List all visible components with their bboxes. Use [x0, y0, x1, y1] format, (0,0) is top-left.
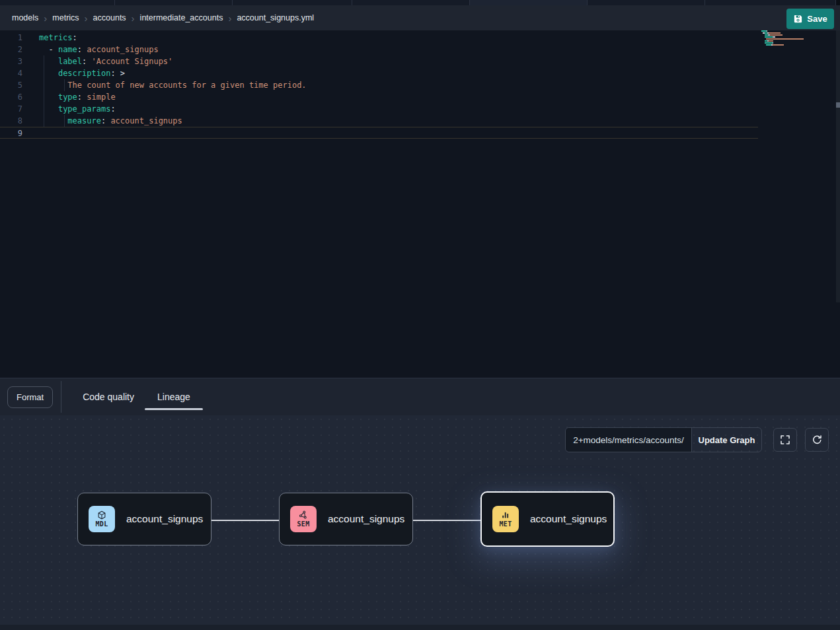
code-token: account_signups [110, 116, 182, 125]
code-line-current[interactable]: 9 [0, 127, 758, 139]
code-token: type [58, 92, 77, 102]
code-token: : [110, 69, 120, 78]
code-token: metrics [39, 33, 73, 42]
chevron-right-icon: › [132, 13, 135, 23]
line-number: 4 [0, 67, 22, 79]
breadcrumb-item-intermediate-accounts[interactable]: intermediate_accounts [140, 13, 223, 22]
code-token: label [58, 57, 82, 66]
indent-guide [64, 115, 65, 127]
code-token: type_params [58, 104, 110, 114]
tab-code-quality[interactable]: Code quality [83, 378, 134, 415]
node-label: account_signups [126, 513, 203, 525]
breadcrumb-item-filename: account_signups.yml [237, 13, 314, 22]
code-line[interactable]: 5 The count of new accounts for a given … [0, 79, 758, 91]
tab-strip-end [836, 0, 840, 5]
bottom-panel: Format Code quality Lineage 2+models/met… [0, 378, 840, 630]
dbt-ide-app: models › metrics › accounts › intermedia… [0, 0, 840, 630]
badge-text: MDL [96, 520, 108, 528]
fullscreen-button[interactable] [773, 428, 797, 452]
tab-lineage[interactable]: Lineage [145, 378, 203, 415]
indent-guide [44, 55, 44, 127]
lineage-edge [211, 520, 279, 521]
line-number: 5 [0, 79, 22, 91]
line-number: 2 [0, 44, 22, 55]
code-text: - name: account_signups [39, 44, 159, 55]
divider [61, 381, 61, 413]
code-token: : [73, 33, 77, 42]
code-line[interactable]: 2 - name: account_signups [0, 44, 758, 55]
lineage-node-metric-selected[interactable]: MET account_signups [480, 491, 615, 547]
lineage-canvas[interactable]: 2+models/metrics/accounts/ Update Graph [0, 415, 840, 625]
lineage-node-semantic-model[interactable]: SEM account_signups [279, 493, 413, 545]
code-token: The count of new accounts for a given ti… [67, 81, 306, 90]
code-line[interactable]: 3 label: 'Account Signups' [0, 55, 758, 67]
editor-tab[interactable] [115, 0, 233, 5]
lineage-edge [413, 520, 480, 521]
code-line[interactable]: 6 type: simple [0, 91, 758, 103]
code-token [39, 57, 58, 66]
editor-tab-active[interactable] [470, 0, 588, 5]
lineage-controls: 2+models/metrics/accounts/ Update Graph [0, 427, 840, 452]
line-number: 1 [0, 32, 22, 44]
code-token: description [58, 69, 110, 78]
breadcrumb-item-models[interactable]: models [12, 13, 38, 22]
editor-tab[interactable] [588, 0, 705, 5]
editor-tab-strip [0, 0, 840, 5]
code-text: measure: account_signups [39, 115, 182, 127]
lineage-selector-group: 2+models/metrics/accounts/ Update Graph [565, 427, 762, 452]
code-lines: 1 metrics: 2 - name: account_signups 3 l… [0, 32, 758, 139]
semantic-badge: SEM [290, 506, 317, 532]
line-number: 8 [0, 115, 22, 127]
save-button[interactable]: Save [786, 9, 834, 29]
code-line[interactable]: 7 type_params: [0, 103, 758, 115]
code-token: > [120, 69, 125, 78]
code-token [39, 45, 48, 54]
code-line[interactable]: 8 measure: account_signups [0, 115, 758, 127]
code-token [39, 92, 58, 102]
save-button-label: Save [807, 14, 827, 24]
code-line[interactable]: 4 description: > [0, 67, 758, 79]
metric-badge: MET [492, 506, 519, 532]
footer-strip [0, 625, 840, 630]
scrollbar-thumb[interactable] [836, 102, 840, 108]
line-number: 3 [0, 55, 22, 67]
chevron-right-icon: › [44, 13, 47, 23]
code-line[interactable]: 1 metrics: [0, 32, 758, 44]
editor-scrollbar[interactable] [836, 30, 840, 302]
cube-icon [97, 510, 106, 520]
format-button[interactable]: Format [7, 386, 53, 408]
breadcrumb-item-accounts[interactable]: accounts [93, 13, 126, 22]
editor-tab[interactable] [233, 0, 352, 5]
code-token: simple [87, 92, 115, 102]
code-text: description: > [39, 67, 125, 79]
code-token: : [77, 92, 87, 102]
floppy-save-icon [793, 14, 803, 24]
code-token: - [48, 45, 57, 54]
breadcrumb-item-metrics[interactable]: metrics [52, 13, 79, 22]
editor-tab[interactable] [352, 0, 470, 5]
tab-code-quality-label: Code quality [83, 392, 134, 402]
line-number: 9 [0, 127, 22, 138]
code-token: account_signups [87, 45, 158, 54]
code-token: name [58, 45, 77, 54]
minimap[interactable] [761, 30, 827, 48]
code-token: : [110, 104, 115, 114]
refresh-button[interactable] [805, 428, 829, 452]
model-badge: MDL [89, 506, 115, 532]
code-text: metrics: [39, 32, 77, 44]
panel-header: Format Code quality Lineage [0, 378, 840, 415]
lineage-node-model[interactable]: MDL account_signups [77, 493, 211, 545]
code-token: : [82, 57, 91, 66]
code-text: type: simple [39, 91, 116, 103]
editor-tab[interactable] [705, 0, 836, 5]
node-label: account_signups [328, 513, 404, 525]
code-token: : [101, 116, 110, 125]
code-editor[interactable]: 1 metrics: 2 - name: account_signups 3 l… [0, 30, 840, 378]
indent-guide [64, 79, 65, 91]
fullscreen-icon [780, 435, 790, 445]
update-graph-button[interactable]: Update Graph [691, 428, 761, 452]
lineage-selector-input[interactable]: 2+models/metrics/accounts/ [566, 428, 691, 452]
code-token: measure [67, 116, 101, 125]
editor-tab[interactable] [0, 0, 115, 5]
badge-text: MET [500, 520, 512, 528]
